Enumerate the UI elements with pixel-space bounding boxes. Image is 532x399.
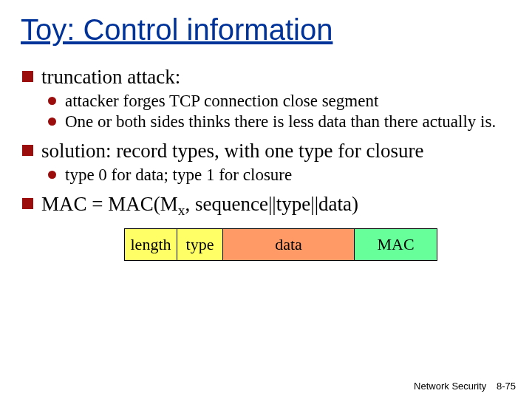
subbullet-less-data: One or both sides thinks there is less d…	[21, 112, 511, 132]
bullet-solution: solution: record types, with one type fo…	[21, 140, 511, 163]
subbullet-type0-type1: type 0 for data; type 1 for closure	[21, 165, 511, 185]
cell-length: length	[124, 228, 177, 261]
footer-label: Network Security	[414, 381, 486, 392]
footer-page: 8-75	[497, 381, 516, 392]
slide: Toy: Control information truncation atta…	[0, 0, 532, 399]
record-diagram: length type data MAC	[124, 228, 511, 261]
mac-formula-pre: MAC = MAC(M	[41, 193, 178, 215]
footer: Network Security 8-75	[414, 381, 516, 392]
cell-type: type	[177, 228, 223, 261]
spacer	[21, 132, 511, 140]
spacer	[21, 185, 511, 193]
subbullet-forges-tcp: attacker forges TCP connection close seg…	[21, 91, 511, 111]
slide-title: Toy: Control information	[21, 13, 511, 47]
bullet-mac-formula: MAC = MAC(Mx, sequence||type||data)	[21, 193, 511, 216]
cell-mac: MAC	[355, 228, 437, 261]
mac-formula-post: , sequence||type||data)	[185, 193, 358, 215]
bullet-truncation-attack: truncation attack:	[21, 66, 511, 89]
cell-data: data	[223, 228, 355, 261]
